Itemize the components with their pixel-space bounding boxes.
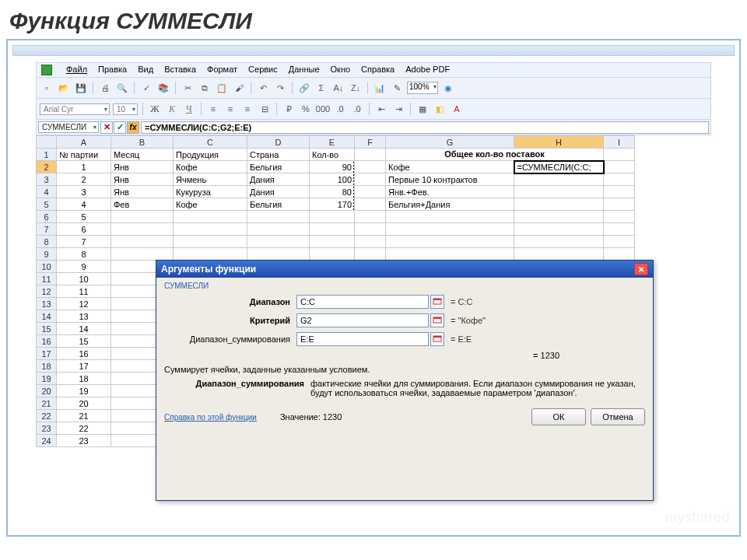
cell[interactable] bbox=[174, 236, 247, 248]
percent-icon[interactable]: % bbox=[299, 102, 313, 116]
select-all-corner[interactable] bbox=[37, 136, 57, 149]
cell[interactable] bbox=[310, 211, 355, 223]
cell[interactable]: 19 bbox=[57, 385, 111, 397]
cell[interactable] bbox=[604, 223, 635, 236]
ok-button[interactable]: ОК bbox=[531, 408, 586, 425]
collapse-dialog-icon[interactable] bbox=[430, 332, 444, 346]
enter-formula-button[interactable]: ✓ bbox=[114, 121, 126, 134]
cell[interactable] bbox=[355, 173, 386, 186]
cell[interactable]: 18 bbox=[57, 373, 111, 385]
cell[interactable]: Продукция bbox=[174, 149, 247, 161]
merge-center-icon[interactable]: ⊟ bbox=[258, 102, 272, 116]
col-header-e[interactable]: E bbox=[310, 136, 355, 149]
align-center-icon[interactable]: ≡ bbox=[223, 102, 237, 116]
dialog-titlebar[interactable]: Аргументы функции ✕ bbox=[156, 261, 653, 278]
cell[interactable] bbox=[247, 211, 310, 223]
decrease-decimal-icon[interactable]: .0 bbox=[350, 102, 364, 116]
cell[interactable] bbox=[604, 236, 635, 248]
cell[interactable] bbox=[247, 223, 310, 236]
cell[interactable] bbox=[355, 149, 386, 161]
align-left-icon[interactable]: ≡ bbox=[206, 102, 220, 116]
underline-button[interactable]: Ч bbox=[182, 103, 196, 115]
cell[interactable]: 6 bbox=[57, 223, 111, 236]
cell[interactable] bbox=[111, 248, 174, 261]
align-right-icon[interactable]: ≡ bbox=[240, 102, 254, 116]
cell[interactable]: Страна bbox=[247, 149, 310, 161]
cell[interactable]: Кофе bbox=[174, 161, 247, 173]
print-icon[interactable]: 🖨 bbox=[98, 81, 112, 95]
cell[interactable]: 12 bbox=[57, 298, 111, 310]
cell[interactable] bbox=[604, 198, 635, 211]
cancel-formula-button[interactable]: ✕ bbox=[100, 121, 113, 134]
sort-asc-icon[interactable]: A↓ bbox=[331, 81, 345, 95]
font-combo[interactable]: Arial Cyr bbox=[40, 103, 110, 115]
cell[interactable]: 4 bbox=[57, 198, 111, 211]
cell[interactable] bbox=[310, 223, 355, 236]
cell[interactable] bbox=[514, 223, 604, 236]
cell[interactable] bbox=[111, 236, 174, 248]
save-icon[interactable]: 💾 bbox=[74, 81, 88, 95]
cell[interactable]: 17 bbox=[57, 360, 111, 373]
insert-function-button[interactable]: fx bbox=[127, 121, 139, 134]
row-header-14[interactable]: 14 bbox=[37, 310, 57, 323]
row-header-2[interactable]: 2 bbox=[37, 161, 57, 173]
cell[interactable] bbox=[514, 173, 604, 186]
cell[interactable] bbox=[604, 211, 635, 223]
drawing-icon[interactable]: ✎ bbox=[390, 81, 404, 95]
chart-icon[interactable]: 📊 bbox=[373, 81, 387, 95]
cell[interactable]: Кофе bbox=[174, 198, 247, 211]
row-header-24[interactable]: 24 bbox=[37, 435, 57, 447]
cell[interactable]: Янв.+Фев. bbox=[386, 186, 514, 198]
cell[interactable]: Бельгия bbox=[247, 161, 310, 173]
cell[interactable]: № партии bbox=[57, 149, 111, 161]
row-header-3[interactable]: 3 bbox=[37, 173, 57, 186]
cell[interactable]: Общее кол-во поставок bbox=[386, 149, 604, 161]
cell[interactable]: 9 bbox=[57, 261, 111, 273]
row-header-17[interactable]: 17 bbox=[37, 348, 57, 360]
cell[interactable] bbox=[355, 186, 386, 198]
formula-input[interactable]: =СУММЕСЛИ(C:C;G2;E:E) bbox=[141, 121, 709, 134]
bold-button[interactable]: Ж bbox=[148, 103, 162, 115]
cell[interactable]: Бельгия bbox=[247, 198, 310, 211]
arg-input-sumrange[interactable] bbox=[296, 332, 429, 346]
borders-icon[interactable]: ▦ bbox=[416, 102, 430, 116]
row-header-5[interactable]: 5 bbox=[37, 198, 57, 211]
cell[interactable]: Янв bbox=[111, 173, 174, 186]
cell[interactable]: 23 bbox=[57, 435, 111, 447]
spellcheck-icon[interactable]: ✓ bbox=[139, 81, 153, 95]
help-on-this-function-link[interactable]: Справка по этой функции bbox=[164, 413, 257, 422]
cell[interactable] bbox=[604, 186, 635, 198]
decrease-indent-icon[interactable]: ⇤ bbox=[374, 102, 388, 116]
arg-input-criteria[interactable] bbox=[296, 313, 429, 327]
row-header-23[interactable]: 23 bbox=[37, 422, 57, 435]
cell[interactable] bbox=[310, 248, 355, 261]
cell[interactable] bbox=[386, 248, 514, 261]
autosum-icon[interactable]: Σ bbox=[314, 81, 328, 95]
font-color-icon[interactable]: A bbox=[450, 102, 464, 116]
cell[interactable] bbox=[355, 198, 386, 211]
cell[interactable] bbox=[355, 248, 386, 261]
menu-file[interactable]: Файл bbox=[66, 65, 87, 75]
row-header-15[interactable]: 15 bbox=[37, 323, 57, 335]
collapse-dialog-icon[interactable] bbox=[430, 313, 444, 327]
cell[interactable]: 3 bbox=[57, 186, 111, 198]
cell[interactable]: 7 bbox=[57, 236, 111, 248]
cell[interactable]: 170 bbox=[310, 198, 355, 211]
cell[interactable]: 10 bbox=[57, 273, 111, 285]
cell[interactable]: Кол-во bbox=[310, 149, 355, 161]
row-header-12[interactable]: 12 bbox=[37, 285, 57, 298]
cell[interactable] bbox=[355, 161, 386, 173]
cell-active[interactable]: =СУММЕСЛИ(C:C; bbox=[514, 161, 604, 173]
font-size-combo[interactable]: 10 bbox=[113, 103, 138, 115]
cell[interactable] bbox=[174, 211, 247, 223]
cell[interactable] bbox=[386, 236, 514, 248]
col-header-f[interactable]: F bbox=[355, 136, 386, 149]
row-header-21[interactable]: 21 bbox=[37, 397, 57, 410]
row-header-8[interactable]: 8 bbox=[37, 236, 57, 248]
menu-edit[interactable]: Правка bbox=[98, 65, 127, 75]
menu-data[interactable]: Данные bbox=[289, 65, 320, 75]
increase-decimal-icon[interactable]: .0 bbox=[333, 102, 347, 116]
cell[interactable]: 14 bbox=[57, 323, 111, 335]
cell[interactable] bbox=[247, 248, 310, 261]
row-header-10[interactable]: 10 bbox=[37, 261, 57, 273]
